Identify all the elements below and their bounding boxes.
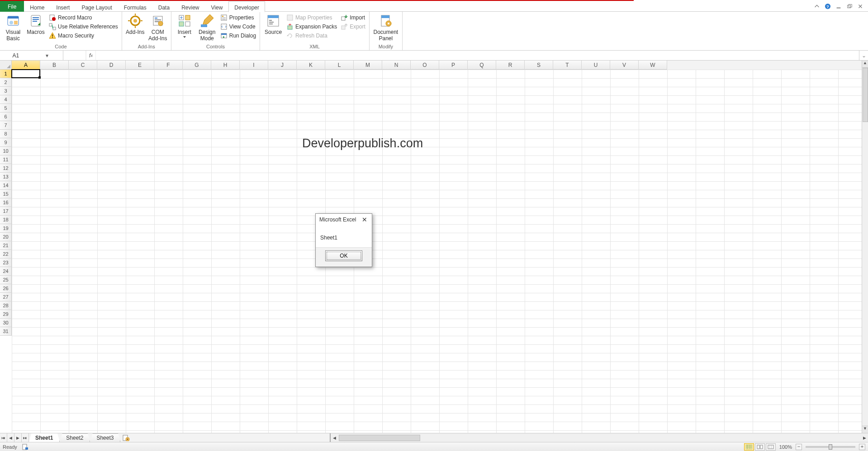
column-header-W[interactable]: W — [639, 61, 667, 70]
zoom-slider[interactable] — [806, 446, 855, 448]
row-header-21[interactable]: 21 — [0, 241, 12, 250]
tab-data[interactable]: Data — [152, 1, 175, 12]
row-header-31[interactable]: 31 — [0, 327, 12, 336]
row-header-19[interactable]: 19 — [0, 224, 12, 233]
row-header-3[interactable]: 3 — [0, 87, 12, 95]
column-header-S[interactable]: S — [525, 61, 553, 70]
view-normal-icon[interactable] — [744, 443, 754, 451]
column-header-L[interactable]: L — [325, 61, 354, 70]
zoom-percent[interactable]: 100% — [779, 444, 792, 450]
row-header-28[interactable]: 28 — [0, 301, 12, 310]
hscroll-thumb[interactable] — [339, 435, 420, 441]
zoom-out-icon[interactable]: − — [796, 444, 802, 450]
com-addins-button[interactable]: COM Add-Ins — [147, 13, 168, 42]
column-header-O[interactable]: O — [411, 61, 439, 70]
help-icon[interactable]: ? — [825, 3, 831, 9]
row-header-20[interactable]: 20 — [0, 233, 12, 241]
column-header-A[interactable]: A — [12, 61, 40, 70]
column-header-I[interactable]: I — [240, 61, 268, 70]
row-header-25[interactable]: 25 — [0, 276, 12, 284]
tab-file[interactable]: File — [0, 1, 24, 12]
formula-bar-expand-icon[interactable]: ⌄ — [859, 51, 868, 60]
window-close-icon[interactable] — [857, 3, 863, 9]
row-header-26[interactable]: 26 — [0, 284, 12, 293]
column-header-G[interactable]: G — [183, 61, 211, 70]
row-header-15[interactable]: 15 — [0, 190, 12, 198]
row-header-23[interactable]: 23 — [0, 258, 12, 267]
minimize-ribbon-icon[interactable] — [814, 3, 820, 9]
row-header-7[interactable]: 7 — [0, 121, 12, 130]
zoom-slider-thumb[interactable] — [829, 444, 832, 450]
sheet-tab-3[interactable]: Sheet3 — [90, 433, 120, 442]
active-cell-cursor[interactable] — [11, 69, 40, 78]
dialog-close-icon[interactable]: ✕ — [359, 215, 370, 224]
row-header-4[interactable]: 4 — [0, 95, 12, 104]
row-header-8[interactable]: 8 — [0, 130, 12, 138]
hscroll-track[interactable] — [339, 435, 860, 441]
column-header-T[interactable]: T — [553, 61, 582, 70]
vscroll-thumb[interactable] — [863, 68, 868, 122]
horizontal-scrollbar[interactable]: ◀ ▶ — [330, 433, 868, 442]
formula-input[interactable] — [96, 51, 859, 60]
use-relative-references-button[interactable]: Use Relative References — [48, 23, 119, 31]
dialog-ok-button[interactable]: OK — [325, 250, 362, 261]
macros-button[interactable]: Macros — [25, 13, 46, 35]
expansion-packs-button[interactable]: Expansion Packs — [285, 23, 338, 31]
row-header-2[interactable]: 2 — [0, 78, 12, 87]
column-header-P[interactable]: P — [439, 61, 468, 70]
tab-home[interactable]: Home — [24, 1, 50, 12]
sheet-nav-first-icon[interactable]: ⏮ — [0, 433, 7, 442]
new-sheet-icon[interactable] — [120, 435, 132, 441]
column-header-Q[interactable]: Q — [468, 61, 496, 70]
column-header-F[interactable]: F — [154, 61, 183, 70]
column-header-H[interactable]: H — [211, 61, 240, 70]
select-all-corner[interactable] — [0, 61, 12, 70]
column-header-N[interactable]: N — [382, 61, 411, 70]
scroll-up-icon[interactable]: ▲ — [862, 61, 868, 68]
tab-review[interactable]: Review — [175, 1, 205, 12]
row-header-30[interactable]: 30 — [0, 319, 12, 327]
column-header-J[interactable]: J — [268, 61, 297, 70]
row-header-12[interactable]: 12 — [0, 164, 12, 173]
row-header-6[interactable]: 6 — [0, 113, 12, 121]
column-header-E[interactable]: E — [126, 61, 154, 70]
sheet-nav-prev-icon[interactable]: ◀ — [7, 433, 14, 442]
name-box-dropdown-icon[interactable]: ▾ — [32, 52, 63, 59]
source-button[interactable]: Source — [263, 13, 284, 35]
column-header-M[interactable]: M — [354, 61, 382, 70]
dialog-titlebar[interactable]: Microsoft Excel ✕ — [316, 214, 372, 226]
properties-button[interactable]: Properties — [219, 14, 257, 22]
view-page-layout-icon[interactable] — [755, 443, 765, 451]
design-mode-button[interactable]: Design Mode — [197, 13, 218, 42]
row-header-14[interactable]: 14 — [0, 181, 12, 190]
run-dialog-button[interactable]: Run Dialog — [219, 32, 257, 40]
row-header-11[interactable]: 11 — [0, 155, 12, 164]
scroll-right-icon[interactable]: ▶ — [861, 436, 868, 440]
tab-view[interactable]: View — [205, 1, 229, 12]
row-header-10[interactable]: 10 — [0, 147, 12, 155]
row-header-24[interactable]: 24 — [0, 267, 12, 276]
addins-button[interactable]: Add-Ins — [125, 13, 146, 35]
view-page-break-icon[interactable] — [766, 443, 776, 451]
tab-formulas[interactable]: Formulas — [118, 1, 152, 12]
row-header-13[interactable]: 13 — [0, 173, 12, 181]
row-header-16[interactable]: 16 — [0, 198, 12, 207]
vertical-scrollbar[interactable]: ▲ ▼ — [862, 61, 868, 433]
record-macro-button[interactable]: Record Macro — [48, 14, 119, 22]
scroll-left-icon[interactable]: ◀ — [331, 436, 338, 440]
row-header-9[interactable]: 9 — [0, 138, 12, 147]
scroll-down-icon[interactable]: ▼ — [862, 426, 868, 433]
row-header-29[interactable]: 29 — [0, 310, 12, 319]
column-header-K[interactable]: K — [297, 61, 325, 70]
row-header-5[interactable]: 5 — [0, 104, 12, 113]
column-header-V[interactable]: V — [610, 61, 639, 70]
row-header-17[interactable]: 17 — [0, 207, 12, 216]
sheet-nav-next-icon[interactable]: ▶ — [14, 433, 22, 442]
window-restore-icon[interactable] — [846, 3, 853, 9]
column-header-D[interactable]: D — [97, 61, 126, 70]
zoom-in-icon[interactable]: + — [859, 444, 865, 450]
fx-icon[interactable]: fx — [86, 51, 96, 60]
document-panel-button[interactable]: Document Panel — [372, 13, 399, 42]
macro-security-button[interactable]: Macro Security — [48, 32, 119, 40]
macro-record-status-icon[interactable] — [22, 444, 29, 450]
